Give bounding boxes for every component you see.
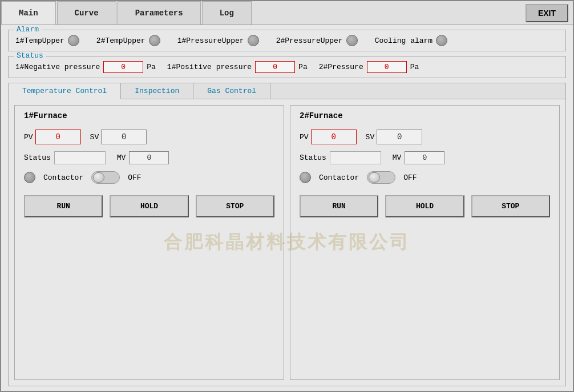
furnace-1-contactor-row: Contactor OFF <box>24 171 274 184</box>
furnace-1-status-mv-row: Status MV <box>24 151 274 164</box>
furnace-1-run-button[interactable]: RUN <box>24 195 103 217</box>
tab-spacer <box>253 1 521 25</box>
furnace-1-pvsv-row: PV SV <box>24 130 274 144</box>
status-section: Status 1#Negative pressure Pa 1#Positive… <box>8 56 566 78</box>
alarm-led-2 <box>248 35 259 46</box>
furnace-2-pv-item: PV <box>300 130 357 144</box>
furnace-1-status-label: Status <box>24 153 51 162</box>
status-value-1[interactable] <box>255 61 295 73</box>
status-value-2[interactable] <box>367 61 407 73</box>
alarm-item-0: 1#TempUpper <box>15 35 79 46</box>
sub-tabs-container: Temperature Control Inspection Gas Contr… <box>8 83 566 386</box>
furnace-2-contactor-label: Contactor <box>319 173 359 182</box>
furnace-2-status-input[interactable] <box>330 151 381 164</box>
alarm-led-3 <box>346 35 358 46</box>
furnace-1-sv-label: SV <box>90 133 99 142</box>
furnace-1-run-stop-row: RUN HOLD STOP <box>24 195 274 217</box>
furnace-2-status-label: Status <box>300 153 326 162</box>
furnace-1-contactor-state: OFF <box>128 173 141 182</box>
alarm-item-3: 2#PressureUpper <box>276 35 358 46</box>
tab-curve[interactable]: Curve <box>57 1 116 25</box>
furnace-2-title: 2#Furnace <box>300 111 550 120</box>
furnace-2-stop-button[interactable]: STOP <box>471 195 550 217</box>
status-item-1: 1#Positive pressure Pa <box>167 61 308 73</box>
status-item-2: 2#Pressure Pa <box>319 61 419 73</box>
alarm-label-2: 1#PressureUpper <box>177 37 244 45</box>
furnace-2-toggle-knob <box>369 172 380 183</box>
furnace-1-led <box>24 172 35 183</box>
status-unit-2: Pa <box>410 63 419 71</box>
sub-tab-inspection[interactable]: Inspection <box>121 83 193 99</box>
alarm-item-2: 1#PressureUpper <box>177 35 259 46</box>
status-unit-0: Pa <box>147 63 156 71</box>
furnace-2-status-field: Status <box>300 151 381 164</box>
tab-main[interactable]: Main <box>1 1 56 25</box>
main-window: Main Curve Parameters Log EXIT Alarm 1#T… <box>0 0 574 392</box>
furnace-1-toggle[interactable] <box>91 171 120 184</box>
furnace-2-hold-button[interactable]: HOLD <box>385 195 464 217</box>
status-item-0: 1#Negative pressure Pa <box>15 61 156 73</box>
furnace-1-stop-button[interactable]: STOP <box>196 195 274 217</box>
furnace-1-mv-label: MV <box>117 153 126 162</box>
furnace-1-mv-field: MV <box>117 151 169 164</box>
alarm-label-1: 2#TempUpper <box>96 37 145 45</box>
furnace-2-status-mv-row: Status MV <box>300 151 550 164</box>
alarm-label-0: 1#TempUpper <box>15 37 64 45</box>
status-label: Status <box>14 51 46 60</box>
alarm-led-4 <box>436 35 447 46</box>
furnace-2-sv-label: SV <box>366 133 375 142</box>
furnace-panel-2: 2#Furnace PV SV <box>290 105 560 380</box>
main-content: Alarm 1#TempUpper 2#TempUpper 1#Pressure… <box>1 25 573 391</box>
alarm-row: 1#TempUpper 2#TempUpper 1#PressureUpper … <box>15 33 559 46</box>
furnace-content: 合肥科晶材料技术有限公司 1#Furnace PV SV <box>9 99 565 386</box>
sub-tabs-bar: Temperature Control Inspection Gas Contr… <box>9 83 565 99</box>
alarm-item-4: Cooling alarm <box>375 35 447 46</box>
alarm-led-1 <box>149 35 160 46</box>
furnace-2-pv-input[interactable] <box>311 130 357 144</box>
furnace-2-sv-item: SV <box>366 130 423 144</box>
furnace-2-contactor-state: OFF <box>403 173 417 182</box>
alarm-item-1: 2#TempUpper <box>96 35 160 46</box>
alarm-label-3: 2#PressureUpper <box>276 37 343 45</box>
furnace-1-title: 1#Furnace <box>24 111 274 120</box>
furnace-2-sv-input[interactable] <box>377 130 422 144</box>
furnace-2-mv-field: MV <box>393 151 445 164</box>
status-item-label-1: 1#Positive pressure <box>167 63 252 71</box>
furnace-2-mv-label: MV <box>393 153 402 162</box>
furnace-2-run-stop-row: RUN HOLD STOP <box>300 195 550 217</box>
furnace-1-sv-item: SV <box>90 130 147 144</box>
sub-tab-temp-control[interactable]: Temperature Control <box>9 83 121 99</box>
furnace-1-hold-button[interactable]: HOLD <box>110 195 188 217</box>
furnace-1-contactor-label: Contactor <box>43 173 83 182</box>
furnace-1-toggle-knob <box>93 172 104 183</box>
furnace-2-mv-input[interactable] <box>405 151 444 164</box>
tab-log[interactable]: Log <box>202 1 252 25</box>
furnace-2-run-button[interactable]: RUN <box>300 195 378 217</box>
sub-tab-gas-control[interactable]: Gas Control <box>193 83 270 99</box>
top-tabs-bar: Main Curve Parameters Log EXIT <box>1 1 573 25</box>
furnace-1-status-input[interactable] <box>54 151 106 164</box>
furnace-1-sv-input[interactable] <box>101 130 147 144</box>
alarm-led-0 <box>68 35 79 46</box>
furnace-2-led <box>300 172 311 183</box>
furnace-1-mv-input[interactable] <box>129 151 169 164</box>
furnace-2-pvsv-row: PV SV <box>300 130 550 144</box>
furnace-panel-1: 1#Furnace PV SV <box>14 105 284 380</box>
alarm-label: Alarm <box>14 25 41 34</box>
furnace-1-status-field: Status <box>24 151 106 164</box>
furnace-1-pv-item: PV <box>24 130 81 144</box>
status-unit-1: Pa <box>298 63 308 71</box>
alarm-section: Alarm 1#TempUpper 2#TempUpper 1#Pressure… <box>8 30 566 51</box>
alarm-label-4: Cooling alarm <box>375 37 432 45</box>
status-row: 1#Negative pressure Pa 1#Positive pressu… <box>15 59 559 73</box>
status-item-label-2: 2#Pressure <box>319 63 363 71</box>
furnace-panels-wrapper: 合肥科晶材料技术有限公司 1#Furnace PV SV <box>14 105 560 380</box>
status-item-label-0: 1#Negative pressure <box>15 63 100 71</box>
status-value-0[interactable] <box>103 61 143 73</box>
furnace-2-pv-label: PV <box>300 133 309 142</box>
furnace-1-pv-input[interactable] <box>35 130 81 144</box>
tab-parameters[interactable]: Parameters <box>118 1 201 25</box>
furnace-1-pv-label: PV <box>24 133 33 142</box>
furnace-2-toggle[interactable] <box>367 171 395 184</box>
exit-button[interactable]: EXIT <box>526 4 568 22</box>
